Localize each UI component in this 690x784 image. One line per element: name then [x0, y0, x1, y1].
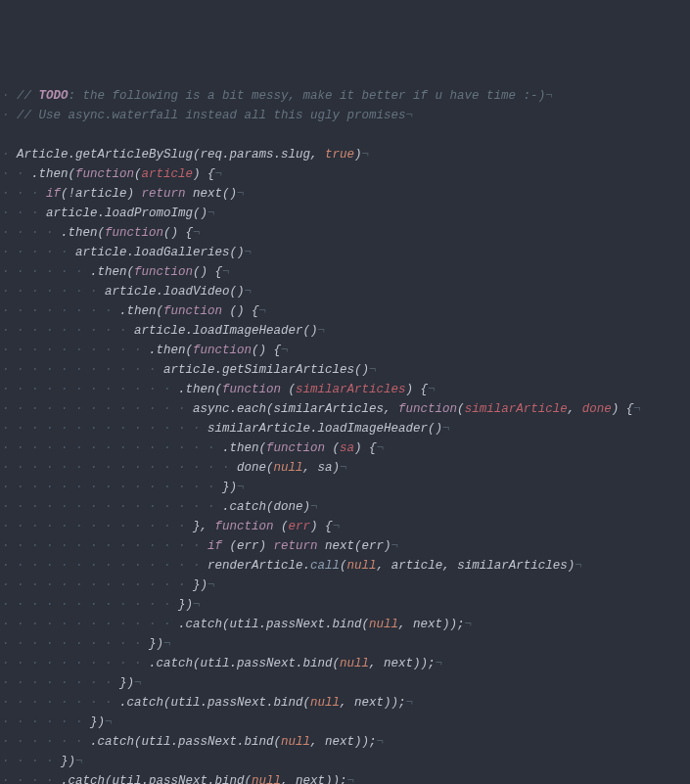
code-line: · · · · · · · · · article.loadImageHeade…	[2, 321, 688, 341]
token-p: article.loadGalleries()	[75, 246, 245, 259]
token-p: , next));	[281, 774, 347, 784]
token-fnk: function	[222, 383, 281, 396]
code-line: · · · · · · · · · · · article.getSimilar…	[2, 360, 688, 380]
token-p: ) {	[310, 520, 333, 533]
token-p: article.loadPromoImg()	[46, 207, 207, 220]
token-fnk: function	[134, 265, 193, 279]
token-p: , next));	[310, 735, 377, 749]
token-invis: ¬	[377, 441, 385, 455]
token-null: null	[369, 618, 398, 631]
code-line: · · · · · · · · · · · · · · if (err) ret…	[2, 536, 688, 556]
token-invis: ¬	[207, 578, 215, 592]
indent-guides: · · · · · · · ·	[2, 304, 119, 318]
code-line: · · · · · · · · · · · · .catch(util.pass…	[2, 615, 688, 634]
token-invis: ¬	[215, 167, 223, 181]
token-comment: //	[17, 89, 39, 103]
code-line: · · · · · · .catch(util.passNext.bind(nu…	[2, 732, 688, 752]
code-line: · · · · · article.loadGalleries()¬	[2, 243, 688, 262]
code-line: · · · · })¬	[2, 752, 688, 771]
indent-guides: · · · · · · · · · · · · ·	[2, 520, 193, 533]
token-p: (	[274, 520, 289, 533]
token-invis: ¬	[193, 598, 201, 612]
token-fnk: function	[398, 402, 457, 416]
code-line: · · · · · · · · · · .catch(util.passNext…	[2, 654, 688, 673]
token-p: },	[193, 520, 215, 533]
token-fn: sa	[340, 441, 354, 455]
indent-guides: · · · · · · · · · ·	[2, 344, 149, 357]
token-call-accent: call	[310, 559, 340, 573]
token-p: .then(	[149, 344, 193, 357]
token-p: () {	[193, 265, 222, 279]
token-p: .then(	[61, 226, 105, 240]
code-line: · · · · · · · · })¬	[2, 673, 688, 693]
token-p: .then(	[31, 167, 75, 181]
token-p: (!article)	[61, 187, 142, 201]
indent-guides: · · · ·	[2, 774, 61, 784]
code-line: · // TODO: the following is a bit messy,…	[2, 86, 688, 106]
token-invis: ¬	[465, 618, 473, 631]
token-fnk: function	[163, 304, 222, 318]
token-fnk: function	[215, 520, 274, 533]
code-line: · · · · · · · · · · · · · async.each(sim…	[2, 399, 688, 419]
token-invis: ¬	[237, 187, 245, 201]
code-line: · · · · · · · · · · · · .then(function (…	[2, 380, 688, 399]
token-p: ) {	[406, 383, 429, 396]
token-p: next()	[186, 187, 238, 201]
indent-guides: · · ·	[2, 187, 46, 201]
token-p: , next));	[369, 657, 436, 670]
token-p: next(err)	[318, 539, 391, 553]
indent-guides: · · · · · · · · · · · · · · ·	[2, 441, 222, 455]
token-p: })	[90, 715, 105, 729]
indent-guides: ·	[2, 109, 17, 122]
token-p: , next));	[340, 696, 406, 710]
indent-guides: · · · · ·	[2, 246, 75, 259]
token-invis: ¬	[406, 696, 414, 710]
token-p: article.loadImageHeader()	[134, 324, 318, 338]
indent-guides: · · · · · · · · · · · · · ·	[2, 539, 207, 553]
token-p: Article.getArticleBySlug(req.params.slug…	[17, 148, 325, 161]
code-line: · · · · · · · · · · .then(function() {¬	[2, 341, 688, 360]
token-todo: TODO	[39, 89, 69, 103]
token-fn: err	[289, 520, 311, 533]
token-kw: return	[274, 539, 318, 553]
token-invis: ¬	[259, 304, 267, 318]
token-kw: return	[142, 187, 186, 201]
token-fn: done	[582, 402, 612, 416]
token-invis: ¬	[318, 324, 326, 338]
code-line: · · · · · · · article.loadVideo()¬	[2, 282, 688, 301]
token-p: })	[119, 676, 134, 690]
indent-guides: · · · · · · · · · · · · ·	[2, 402, 193, 416]
code-line: · · · article.loadPromoImg()¬	[2, 204, 688, 223]
token-fn: similarArticle	[465, 402, 568, 416]
token-invis: ¬	[207, 207, 215, 220]
indent-guides: · · · · · · · ·	[2, 696, 119, 710]
token-invis: ¬	[245, 246, 253, 259]
token-invis: ¬	[633, 402, 641, 416]
indent-guides: · · · ·	[2, 755, 61, 768]
code-line: · Article.getArticleBySlug(req.params.sl…	[2, 145, 688, 164]
token-p: () {	[163, 226, 193, 240]
code-line: · · · · · · · · · · · · · })¬	[2, 576, 688, 595]
token-bool: true	[325, 148, 354, 161]
indent-guides: · · · ·	[2, 226, 61, 240]
token-invis: ¬	[245, 285, 253, 299]
token-null: null	[274, 461, 303, 475]
token-invis: ¬	[134, 676, 142, 690]
token-p: , article, similarArticles)	[377, 559, 575, 573]
indent-guides: · · · · · · · · · · · · · · ·	[2, 500, 222, 514]
code-line: · · · · · · · · · · · · · · · .catch(don…	[2, 497, 688, 517]
token-p: })	[61, 755, 75, 768]
code-line	[2, 125, 688, 145]
token-p: ) {	[354, 441, 377, 455]
indent-guides: · · · · · ·	[2, 735, 90, 749]
token-invis: ¬	[222, 265, 230, 279]
indent-guides: · · · · · · · · · ·	[2, 637, 149, 651]
token-p: .catch(util.passNext.bind(	[149, 657, 340, 670]
indent-guides: · · · · · · ·	[2, 285, 105, 299]
token-p: (err)	[222, 539, 274, 553]
indent-guides: · · · · · · · · · · · · ·	[2, 578, 193, 592]
token-p: () {	[222, 304, 259, 318]
code-line: · · · · · · · · · · · · · · similarArtic…	[2, 419, 688, 438]
token-invis: ¬	[281, 344, 289, 357]
token-kw: if	[207, 539, 222, 553]
